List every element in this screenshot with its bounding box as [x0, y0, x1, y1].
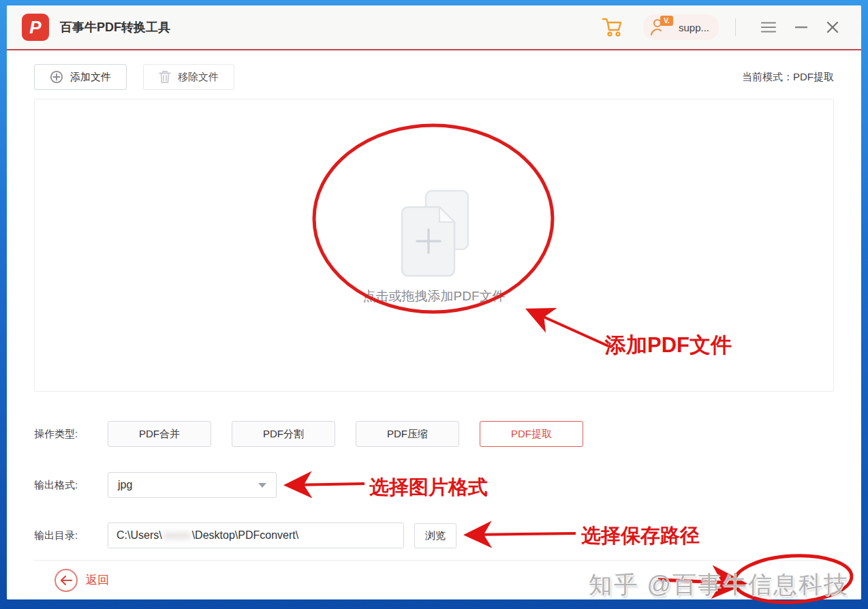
- add-file-label: 添加文件: [70, 71, 111, 84]
- file-dropzone[interactable]: 点击或拖拽添加PDF文件: [34, 99, 834, 392]
- path-suffix: \Desktop\PDFconvert\: [192, 529, 299, 542]
- cart-icon[interactable]: [601, 16, 624, 38]
- back-label: 返回: [86, 572, 109, 588]
- titlebar-right: V. supp...: [601, 14, 846, 40]
- operation-type-row: 操作类型: PDF合并 PDF分割 PDF压缩 PDF提取: [34, 421, 834, 447]
- dropdown-caret-icon: [258, 483, 266, 488]
- trash-icon: [159, 70, 171, 84]
- current-mode-label: 当前模式：: [742, 71, 793, 82]
- vip-badge: V.: [660, 16, 673, 26]
- path-redacted: xxxxx: [164, 529, 191, 542]
- dropzone-hint: 点击或拖拽添加PDF文件: [363, 287, 506, 305]
- titlebar-divider: [735, 18, 736, 36]
- current-mode-value: PDF提取: [793, 71, 834, 82]
- op-button-pdf-extract[interactable]: PDF提取: [480, 421, 583, 447]
- remove-file-button[interactable]: 移除文件: [143, 64, 234, 90]
- title-bar: P 百事牛PDF转换工具 V.: [7, 5, 861, 50]
- browse-button[interactable]: 浏览: [414, 523, 456, 548]
- operation-type-label: 操作类型:: [34, 428, 108, 441]
- window-border: P 百事牛PDF转换工具 V.: [0, 0, 868, 609]
- footer-bar: 返回: [34, 560, 834, 599]
- op-button-pdf-split[interactable]: PDF分割: [232, 421, 335, 447]
- path-prefix: C:\Users\: [117, 529, 162, 542]
- output-format-value: jpg: [118, 479, 132, 491]
- file-toolbar: 添加文件 移除文件 当前模式：PDF提取: [34, 64, 834, 90]
- app-logo-icon: P: [22, 14, 49, 41]
- user-account-button[interactable]: V. supp...: [643, 14, 719, 40]
- circle-plus-icon: [50, 70, 63, 84]
- op-button-pdf-compress[interactable]: PDF压缩: [356, 421, 459, 447]
- file-stack-plus-icon: [390, 185, 478, 283]
- current-mode: 当前模式：PDF提取: [742, 71, 834, 84]
- user-name: supp...: [679, 22, 709, 33]
- back-arrow-icon: [55, 569, 78, 592]
- minimize-icon[interactable]: [788, 17, 815, 37]
- close-icon[interactable]: [819, 16, 846, 38]
- app-title: 百事牛PDF转换工具: [60, 19, 170, 35]
- output-dir-row: 输出目录: C:\Users\xxxxx\Desktop\PDFconvert\…: [34, 522, 834, 548]
- output-format-label: 输出格式:: [34, 479, 108, 492]
- add-file-button[interactable]: 添加文件: [34, 64, 127, 90]
- output-dir-input[interactable]: C:\Users\xxxxx\Desktop\PDFconvert\: [108, 522, 404, 548]
- output-format-row: 输出格式: jpg: [34, 472, 834, 498]
- op-button-pdf-merge[interactable]: PDF合并: [108, 421, 211, 447]
- back-button[interactable]: 返回: [55, 569, 109, 592]
- output-format-select[interactable]: jpg: [108, 472, 277, 498]
- app-window: P 百事牛PDF转换工具 V.: [7, 5, 861, 599]
- menu-icon[interactable]: [754, 17, 784, 37]
- remove-file-label: 移除文件: [178, 71, 219, 84]
- main-content: 添加文件 移除文件 当前模式：PDF提取: [7, 50, 861, 599]
- output-dir-label: 输出目录:: [34, 529, 108, 542]
- user-icon: V.: [649, 17, 673, 37]
